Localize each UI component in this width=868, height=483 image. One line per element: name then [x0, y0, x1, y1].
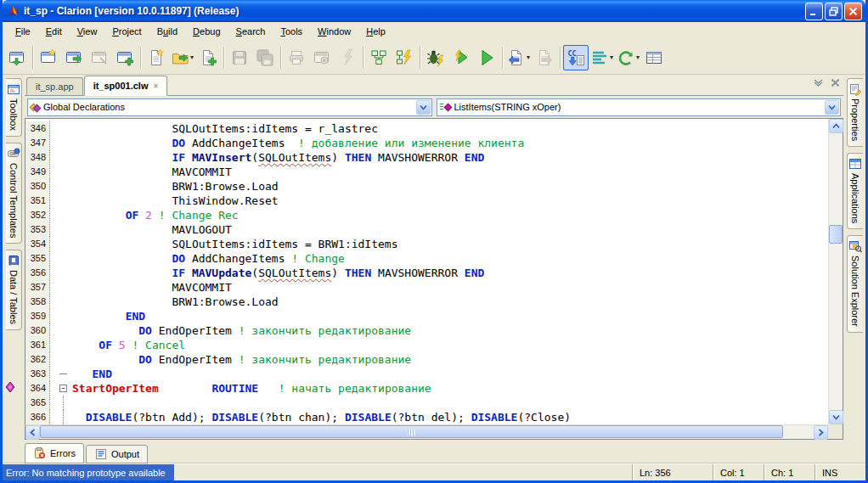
toolbar-group: ▾	[505, 44, 557, 71]
tab-close-icon[interactable]: ×	[153, 81, 158, 91]
code-line: 356 IF MAVUpdate(SQLOutItems) THEN MAVSH…	[25, 266, 828, 280]
horizontal-scroll-thumb[interactable]	[40, 425, 783, 438]
menu-tools[interactable]: Tools	[273, 24, 310, 39]
scroll-up-button[interactable]	[829, 119, 843, 133]
menu-build[interactable]: Build	[149, 24, 185, 39]
application-generator-button[interactable]	[4, 45, 30, 70]
scope-combo-value: Global Declarations	[43, 102, 416, 112]
data-tables-icon	[7, 254, 20, 267]
navigate-forward-button	[532, 45, 557, 70]
fold-margin	[50, 266, 72, 280]
sidebar-tab-data-tables[interactable]: Data / Tables	[6, 250, 22, 330]
control-templates-icon: OK	[7, 147, 20, 160]
toolbar-separator	[420, 47, 420, 69]
sidebar-tab-toolbox[interactable]: Toolbox	[6, 78, 22, 137]
new-solution-button[interactable]	[36, 45, 61, 70]
menu-window[interactable]: Window	[310, 24, 358, 39]
close-document-button[interactable]	[831, 78, 840, 89]
dropdown-caret-icon[interactable]: ▾	[636, 54, 640, 61]
scroll-down-button[interactable]	[829, 410, 843, 424]
add-project-button[interactable]	[112, 45, 138, 70]
run-with-build-button[interactable]	[448, 45, 474, 70]
open-solution-button[interactable]	[61, 45, 87, 70]
status-line-number: Ln: 356	[632, 464, 713, 480]
line-number: 356	[25, 266, 50, 280]
scroll-left-button[interactable]	[25, 425, 40, 440]
fold-margin	[50, 367, 72, 381]
fold-margin	[50, 179, 72, 194]
fold-collapse-icon[interactable]: −	[59, 385, 67, 392]
vertical-scrollbar[interactable]	[828, 119, 843, 424]
run-button[interactable]	[474, 45, 499, 70]
tab-errors[interactable]: Errors	[25, 443, 84, 463]
close-button[interactable]	[844, 3, 862, 20]
navigate-back-button[interactable]: ▾	[505, 45, 532, 70]
cc-source-button[interactable]: CC	[563, 45, 589, 70]
toolbar-group	[284, 44, 360, 71]
menu-project[interactable]: Project	[104, 24, 149, 39]
start-debug-button[interactable]	[423, 45, 448, 70]
toolbar-separator	[32, 47, 33, 69]
menu-view[interactable]: View	[70, 24, 105, 39]
document-list-button[interactable]	[813, 78, 824, 89]
code-line: 363 END	[25, 367, 828, 381]
regenerate-button[interactable]: ▾	[615, 45, 641, 70]
code-text: SQLOutItems:idItems = r_lastrec	[72, 121, 378, 136]
new-file-button[interactable]	[144, 45, 169, 70]
fold-margin	[50, 150, 72, 165]
menu-debug[interactable]: Debug	[185, 24, 228, 39]
open-window-icon	[65, 48, 83, 67]
code-area[interactable]: 346 SQLOutItems:idItems = r_lastrec347 D…	[25, 119, 828, 424]
line-number: 362	[25, 352, 50, 367]
code-line: 365	[25, 396, 828, 410]
member-combo-value: ListItems(STRING xOper)	[454, 102, 826, 112]
member-combo[interactable]: ListItems(STRING xOper)	[437, 98, 842, 116]
menu-help[interactable]: Help	[358, 24, 393, 39]
restore-button[interactable]	[825, 3, 843, 20]
fold-margin	[50, 121, 72, 136]
dropdown-caret-icon[interactable]: ▾	[190, 54, 194, 61]
scope-combo[interactable]: Global Declarations	[27, 98, 432, 116]
menu-edit[interactable]: Edit	[38, 24, 70, 39]
sidebar-tab-applications[interactable]: Applications	[847, 153, 863, 229]
dropdown-caret-icon[interactable]: ▾	[527, 54, 530, 61]
data-grid-button[interactable]	[641, 45, 667, 70]
sidebar-tab-properties[interactable]: Properties	[847, 78, 863, 147]
scroll-right-button[interactable]	[814, 425, 828, 440]
sidebar-tab-label: Data / Tables	[8, 270, 19, 324]
scope-combo-dropdown-button[interactable]	[416, 100, 431, 115]
generate-button[interactable]	[366, 45, 392, 70]
vertical-scroll-thumb[interactable]	[829, 225, 843, 244]
code-text: MAVLOGOUT	[72, 222, 232, 237]
dropdown-caret-icon[interactable]: ▾	[610, 54, 613, 61]
sidebar-tab-solution-explorer[interactable]: Solution Explorer	[847, 235, 863, 333]
line-number: 347	[25, 136, 50, 150]
close-solution-button	[87, 45, 112, 70]
member-combo-dropdown-button[interactable]	[825, 100, 839, 115]
scope-combo-icon	[31, 103, 40, 111]
generate-and-build-button[interactable]	[392, 45, 417, 70]
code-text: DISABLE(?btn Add); DISABLE(?btn chan); D…	[72, 410, 571, 424]
menu-search[interactable]: Search	[228, 24, 273, 39]
outline-button[interactable]: ▾	[589, 45, 615, 70]
horizontal-scrollbar[interactable]	[25, 424, 828, 439]
tab-it_sp001-clw[interactable]: it_sp001.clw×	[84, 76, 168, 96]
svg-text:CC: CC	[568, 48, 577, 57]
code-text: StartOperItem ROUTINE ! начать редактиро…	[72, 381, 431, 396]
minimize-button[interactable]	[805, 3, 823, 20]
fold-margin	[50, 295, 72, 309]
line-number: 357	[25, 280, 50, 295]
bookmark-diamond-icon	[4, 381, 16, 393]
sidebar-tab-label: Properties	[850, 98, 860, 141]
clarion-ide-window: it_sp - Clarion [version 10.0.11897] (Re…	[0, 0, 868, 483]
menu-file[interactable]: File	[8, 24, 38, 39]
code-line: 350 BRW1:Browse.Load	[25, 179, 828, 194]
add-file-button[interactable]	[195, 45, 221, 70]
sidebar-tab-control-templates[interactable]: OKControl Templates	[6, 143, 22, 244]
tab-output[interactable]: Output	[86, 445, 148, 463]
tab-it_sp-app[interactable]: it_sp.app	[26, 77, 83, 95]
status-error-message: Error: No matching prototype available	[3, 464, 174, 480]
titlebar: it_sp - Clarion [version 10.0.11897] (Re…	[3, 0, 865, 22]
fold-margin	[50, 352, 72, 367]
open-file-button[interactable]: ▾	[169, 45, 195, 70]
